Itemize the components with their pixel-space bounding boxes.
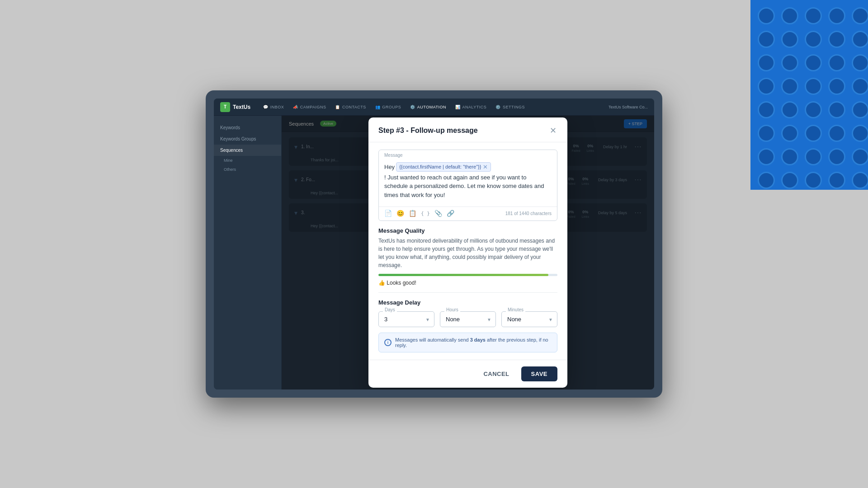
dot bbox=[781, 148, 798, 165]
laptop-frame: T TextUs 💬 INBOX 📣 CAMPAIGNS 📋 CONTACTS … bbox=[206, 90, 662, 398]
delay-section: Message Delay Days 3 1 2 4 bbox=[378, 299, 557, 352]
sidebar-sub-mine[interactable]: Mine bbox=[214, 156, 281, 165]
company-name: TextUs Software Co... bbox=[609, 105, 648, 109]
dot bbox=[828, 54, 845, 71]
message-suffix: ! Just wanted to reach out again and see… bbox=[384, 173, 552, 200]
dot bbox=[758, 148, 775, 165]
dot bbox=[805, 31, 822, 48]
dot bbox=[781, 172, 798, 189]
main-content: Keywords Keywords Groups Sequences Mine … bbox=[214, 116, 654, 389]
modal-footer: CANCEL SAVE bbox=[368, 360, 567, 388]
dot bbox=[805, 172, 822, 189]
campaigns-icon: 📣 bbox=[293, 105, 298, 109]
token-remove-icon[interactable]: ✕ bbox=[483, 164, 488, 170]
sidebar-item-keywords-groups[interactable]: Keywords Groups bbox=[214, 133, 281, 145]
minutes-field: Minutes None 15 30 45 ▼ bbox=[501, 311, 557, 327]
dot bbox=[805, 125, 822, 142]
dot bbox=[852, 78, 868, 95]
nav-item-automation[interactable]: ⚙️ AUTOMATION bbox=[410, 105, 446, 109]
divider bbox=[378, 292, 557, 293]
message-section: Message Hey {{contact.firstName | defaul… bbox=[378, 150, 557, 221]
dot bbox=[781, 78, 798, 95]
groups-icon: 👥 bbox=[375, 105, 381, 109]
hours-field: Hours None 1 2 3 ▼ bbox=[440, 311, 496, 327]
logo: T TextUs bbox=[220, 102, 250, 112]
settings-icon: ⚙️ bbox=[495, 105, 501, 109]
hours-select[interactable]: None 1 2 3 bbox=[440, 311, 496, 327]
analytics-icon: 📊 bbox=[455, 105, 461, 109]
hours-label: Hours bbox=[444, 307, 460, 312]
quality-status: 👍 Looks good! bbox=[378, 280, 557, 286]
dot bbox=[828, 101, 845, 118]
nav-item-analytics[interactable]: 📊 ANALYTICS bbox=[455, 105, 486, 109]
nav-item-contacts[interactable]: 📋 CONTACTS bbox=[335, 105, 366, 109]
dot bbox=[828, 7, 845, 24]
dot bbox=[828, 172, 845, 189]
sidebar-sub-others[interactable]: Others bbox=[214, 165, 281, 174]
info-text-before: Messages will automatically send bbox=[395, 337, 470, 343]
emoji-icon[interactable]: 😊 bbox=[396, 210, 404, 217]
quality-title: Message Quality bbox=[378, 227, 557, 234]
delay-row: Days 3 1 2 4 5 ▼ bbox=[378, 311, 557, 327]
dot bbox=[781, 101, 798, 118]
sidebar-item-sequences[interactable]: Sequences bbox=[214, 145, 281, 156]
sidebar: Keywords Keywords Groups Sequences Mine … bbox=[214, 116, 282, 389]
automation-icon: ⚙️ bbox=[410, 105, 415, 109]
template-icon[interactable]: 📄 bbox=[384, 210, 392, 217]
close-button[interactable]: ✕ bbox=[549, 126, 557, 136]
dot bbox=[805, 7, 822, 24]
code-icon[interactable]: { } bbox=[421, 211, 430, 216]
dot bbox=[852, 101, 868, 118]
modal-overlay: Step #3 - Follow-up message ✕ Message He… bbox=[282, 116, 654, 389]
dot bbox=[852, 54, 868, 71]
attach-icon[interactable]: 📎 bbox=[434, 210, 442, 217]
dot bbox=[852, 172, 868, 189]
nav-item-inbox[interactable]: 💬 INBOX bbox=[263, 105, 284, 109]
dot bbox=[781, 31, 798, 48]
copy-icon[interactable]: 📋 bbox=[409, 210, 416, 217]
dot bbox=[758, 54, 775, 71]
contacts-icon: 📋 bbox=[335, 105, 340, 109]
dot bbox=[828, 78, 845, 95]
dot bbox=[781, 7, 798, 24]
modal-title: Step #3 - Follow-up message bbox=[378, 127, 478, 135]
info-note: i Messages will automatically send 3 day… bbox=[378, 333, 557, 352]
dot bbox=[781, 54, 798, 71]
message-label: Message bbox=[379, 150, 557, 158]
delay-title: Message Delay bbox=[378, 299, 557, 306]
dot bbox=[805, 54, 822, 71]
days-select[interactable]: 3 1 2 4 5 bbox=[378, 311, 434, 327]
minutes-select[interactable]: None 15 30 45 bbox=[501, 311, 557, 327]
message-prefix: Hey bbox=[384, 163, 395, 172]
days-field: Days 3 1 2 4 5 ▼ bbox=[378, 311, 434, 327]
logo-text: TextUs bbox=[233, 104, 250, 110]
char-count: 181 of 1440 characters bbox=[505, 211, 552, 216]
dot bbox=[852, 7, 868, 24]
token-chip: {{contact.firstName | default: "there"}}… bbox=[396, 162, 491, 172]
dot bbox=[758, 78, 775, 95]
nav-item-campaigns[interactable]: 📣 CAMPAIGNS bbox=[293, 105, 326, 109]
info-text: Messages will automatically send 3 days … bbox=[395, 337, 552, 348]
sidebar-item-keywords[interactable]: Keywords bbox=[214, 122, 281, 133]
info-icon: i bbox=[384, 339, 392, 346]
message-content: Hey {{contact.firstName | default: "ther… bbox=[384, 162, 552, 199]
cancel-button[interactable]: CANCEL bbox=[477, 367, 515, 381]
quality-desc: TextUs has monitored deliverability of m… bbox=[378, 237, 557, 269]
nav-item-settings[interactable]: ⚙️ SETTINGS bbox=[495, 105, 525, 109]
dot bbox=[758, 172, 775, 189]
message-textarea[interactable]: Hey {{contact.firstName | default: "ther… bbox=[379, 158, 557, 204]
link-icon[interactable]: 🔗 bbox=[447, 210, 454, 217]
dot bbox=[828, 148, 845, 165]
modal-dialog: Step #3 - Follow-up message ✕ Message He… bbox=[368, 117, 567, 388]
dot bbox=[805, 101, 822, 118]
dot bbox=[758, 101, 775, 118]
dot bbox=[781, 125, 798, 142]
quality-section: Message Quality TextUs has monitored del… bbox=[378, 227, 557, 286]
dot bbox=[852, 31, 868, 48]
dot bbox=[828, 31, 845, 48]
modal-body: Message Hey {{contact.firstName | defaul… bbox=[368, 142, 567, 360]
dot bbox=[758, 125, 775, 142]
nav-item-groups[interactable]: 👥 GROUPS bbox=[375, 105, 401, 109]
message-toolbar: 📄 😊 📋 { } 📎 🔗 181 of 1440 characters bbox=[379, 206, 557, 221]
save-button[interactable]: SAVE bbox=[521, 366, 557, 381]
